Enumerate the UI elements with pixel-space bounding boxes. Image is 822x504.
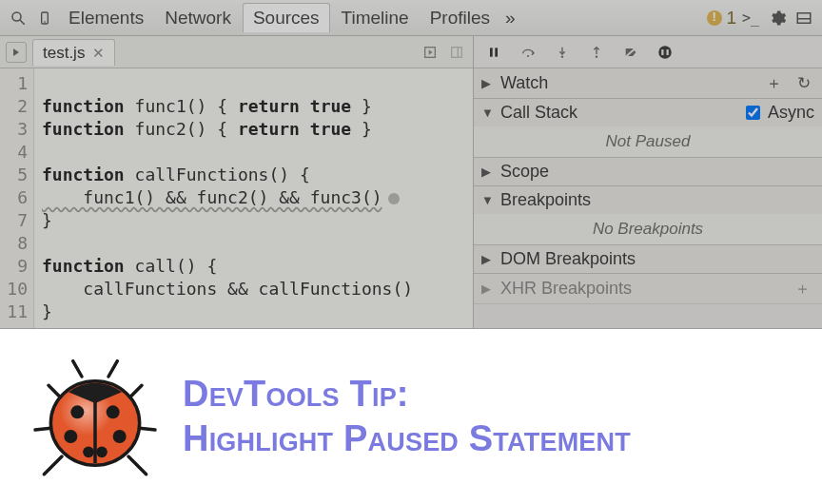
section-breakpoints: ▼ Breakpoints No Breakpoints	[474, 186, 822, 245]
devtools-panel: Elements Network Sources Timeline Profil…	[0, 0, 822, 329]
section-watch: ▶ Watch ＋ ↻	[474, 68, 822, 99]
tab-profiles[interactable]: Profiles	[421, 4, 499, 32]
svg-rect-22	[667, 49, 669, 55]
warning-icon	[707, 10, 722, 26]
step-into-icon[interactable]	[552, 42, 573, 63]
warning-badge[interactable]: 1	[707, 8, 736, 29]
disclosure-triangle-icon: ▶	[481, 165, 493, 179]
section-dom-breakpoints: ▶ DOM Breakpoints	[474, 245, 822, 274]
section-header-watch[interactable]: ▶ Watch ＋ ↻	[474, 68, 822, 98]
console-toggle-icon[interactable]: >_	[738, 6, 763, 30]
svg-point-20	[658, 46, 672, 59]
section-header-breakpoints[interactable]: ▼ Breakpoints	[474, 186, 822, 214]
tab-timeline[interactable]: Timeline	[332, 4, 419, 32]
section-label: Breakpoints	[500, 190, 814, 210]
refresh-icon[interactable]: ↻	[793, 73, 814, 93]
svg-rect-12	[495, 48, 498, 56]
section-label: Watch	[500, 73, 754, 93]
code-editor[interactable]: 1234567891011 function func1() { return …	[0, 68, 473, 328]
disclosure-triangle-icon: ▼	[481, 193, 493, 207]
svg-point-28	[64, 430, 77, 443]
async-label: Async	[768, 103, 814, 123]
async-checkbox[interactable]	[746, 106, 760, 120]
tip-caption: DevTools Tip: Highlight Paused Statement	[0, 329, 822, 504]
tip-line-2: Highlight Paused Statement	[183, 418, 631, 459]
svg-point-31	[96, 447, 108, 458]
tip-text: DevTools Tip: Highlight Paused Statement	[183, 374, 631, 459]
line-gutter: 1234567891011	[0, 68, 34, 328]
svg-line-1	[20, 20, 25, 25]
section-label: XHR Breakpoints	[500, 279, 783, 299]
svg-marker-6	[13, 48, 19, 55]
disclosure-triangle-icon: ▶	[481, 252, 493, 266]
sources-split: test.js ✕ 1234567891011 function func1()…	[0, 36, 822, 328]
svg-marker-8	[429, 49, 433, 54]
disclosure-triangle-icon: ▶	[481, 76, 493, 90]
add-watch-icon[interactable]: ＋	[762, 72, 786, 94]
tab-sources[interactable]: Sources	[243, 3, 330, 32]
tabs-overflow[interactable]: »	[501, 4, 519, 32]
section-label: DOM Breakpoints	[500, 249, 814, 269]
file-tab-label: test.js	[43, 44, 85, 63]
section-xhr-breakpoints: ▶ XHR Breakpoints ＋	[474, 274, 822, 304]
editor-pane: test.js ✕ 1234567891011 function func1()…	[0, 36, 474, 328]
section-label: Call Stack	[500, 103, 738, 123]
pause-icon[interactable]	[483, 42, 504, 63]
svg-rect-9	[452, 47, 462, 57]
close-icon[interactable]: ✕	[92, 45, 105, 62]
section-header-dom[interactable]: ▶ DOM Breakpoints	[474, 245, 822, 273]
svg-rect-11	[490, 48, 493, 56]
section-callstack: ▼ Call Stack Async Not Paused	[474, 99, 822, 158]
code-lines: function func1() { return true }function…	[34, 68, 473, 328]
section-header-scope[interactable]: ▶ Scope	[474, 158, 822, 185]
callstack-body: Not Paused	[474, 126, 822, 157]
section-header-xhr[interactable]: ▶ XHR Breakpoints ＋	[474, 274, 822, 303]
tip-line-1: DevTools Tip:	[183, 374, 631, 415]
step-over-icon[interactable]	[518, 42, 538, 63]
debugger-toolbar	[474, 36, 822, 68]
file-tab[interactable]: test.js ✕	[32, 39, 115, 66]
disclosure-triangle-icon: ▼	[481, 106, 493, 120]
breakpoints-body: No Breakpoints	[474, 214, 822, 244]
disclosure-triangle-icon: ▶	[481, 281, 493, 296]
settings-gear-icon[interactable]	[765, 6, 790, 30]
warning-count: 1	[726, 8, 736, 29]
deactivate-breakpoints-icon[interactable]	[620, 42, 641, 63]
navigator-toggle-icon[interactable]	[6, 42, 27, 63]
svg-point-15	[561, 55, 563, 57]
tab-network[interactable]: Network	[155, 4, 241, 32]
svg-point-30	[83, 447, 94, 458]
debugger-pane: ▶ Watch ＋ ↻ ▼ Call Stack Async Not Pause…	[474, 36, 822, 328]
svg-rect-21	[661, 49, 663, 55]
svg-point-13	[527, 55, 529, 57]
step-out-icon[interactable]	[586, 42, 607, 63]
drawer-toggle-icon[interactable]	[792, 6, 816, 30]
section-label: Scope	[500, 162, 814, 182]
svg-point-27	[107, 405, 120, 418]
svg-point-0	[12, 12, 21, 21]
run-snippet-icon[interactable]	[420, 42, 440, 63]
section-header-callstack[interactable]: ▼ Call Stack Async	[474, 99, 822, 126]
search-icon[interactable]	[6, 6, 30, 30]
toggle-sidebar-icon[interactable]	[446, 42, 467, 63]
svg-point-17	[596, 55, 597, 57]
section-scope: ▶ Scope	[474, 158, 822, 186]
svg-point-26	[70, 405, 84, 418]
device-icon[interactable]	[32, 6, 57, 30]
ladybug-icon	[29, 350, 162, 483]
svg-point-29	[113, 430, 127, 443]
file-tabbar: test.js ✕	[0, 36, 473, 68]
add-icon[interactable]: ＋	[791, 278, 814, 300]
devtools-topbar: Elements Network Sources Timeline Profil…	[0, 0, 822, 36]
pause-on-exceptions-icon[interactable]	[655, 42, 675, 63]
tab-elements[interactable]: Elements	[59, 4, 153, 32]
